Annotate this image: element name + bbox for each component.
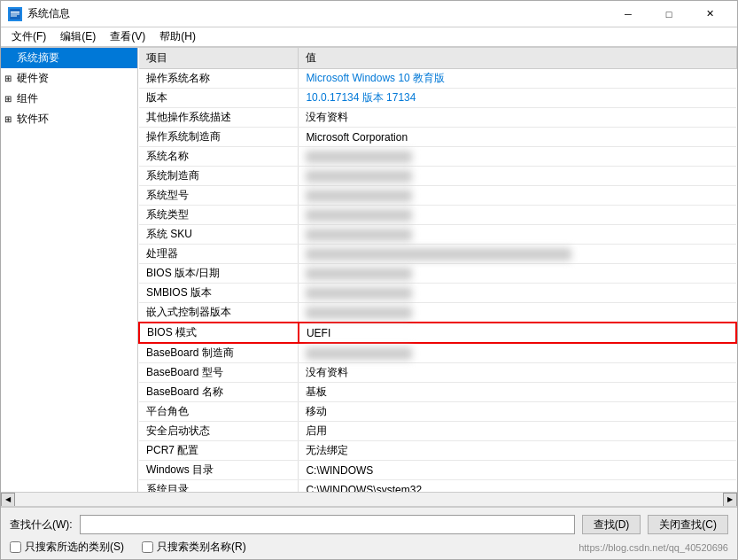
col-header-key: 项目 bbox=[139, 48, 299, 69]
close-button[interactable]: ✕ bbox=[689, 1, 730, 27]
check-name[interactable] bbox=[142, 541, 153, 553]
svg-rect-2 bbox=[11, 13, 19, 14]
table-row: 系统目录C:\WINDOWS\system32 bbox=[139, 480, 736, 493]
expand-icon-3[interactable]: ⊞ bbox=[4, 114, 17, 124]
sidebar-item-summary[interactable]: 系统摘要 bbox=[1, 48, 137, 68]
table-cell-key: 版本 bbox=[139, 89, 299, 108]
table-cell-key: 系统制造商 bbox=[139, 167, 299, 186]
table-row: 嵌入式控制器版本████████████ bbox=[139, 303, 736, 323]
blurred-value: ████████████ bbox=[306, 248, 571, 261]
table-row: 版本10.0.17134 版本 17134 bbox=[139, 89, 736, 108]
table-cell-value: ████████████ bbox=[299, 303, 736, 323]
table-cell-key: 处理器 bbox=[139, 245, 299, 264]
table-row: 处理器████████████ bbox=[139, 245, 736, 264]
search-row: 查找什么(W): 查找(D) 关闭查找(C) bbox=[10, 515, 728, 534]
table-cell-value: ████████████ bbox=[299, 343, 736, 363]
col-header-value: 值 bbox=[299, 48, 736, 69]
svg-rect-1 bbox=[11, 12, 19, 13]
window-controls: ─ □ ✕ bbox=[608, 1, 730, 27]
blurred-value: ████████████ bbox=[306, 209, 412, 222]
table-cell-value: ████████████ bbox=[299, 245, 736, 264]
table-row: BIOS 模式UEFI bbox=[139, 323, 736, 343]
menu-item[interactable]: 帮助(H) bbox=[152, 27, 203, 46]
scroll-right-btn[interactable]: ▶ bbox=[723, 493, 737, 507]
expand-icon[interactable]: ⊞ bbox=[4, 74, 17, 83]
table-row: 操作系统名称Microsoft Windows 10 教育版 bbox=[139, 69, 736, 89]
table-row: 系统 SKU████████████ bbox=[139, 225, 736, 245]
table-row: PCR7 配置无法绑定 bbox=[139, 441, 736, 461]
scroll-left-btn[interactable]: ◀ bbox=[1, 493, 15, 507]
check-category[interactable] bbox=[10, 541, 21, 553]
check-row: 只搜索所选的类别(S) 只搜索类别名称(R) https://blog.csdn… bbox=[10, 540, 728, 555]
blurred-value: ████████████ bbox=[306, 307, 412, 319]
search-input[interactable] bbox=[80, 515, 575, 534]
expand-icon-2[interactable]: ⊞ bbox=[4, 94, 17, 104]
table-row: 系统制造商████████████ bbox=[139, 167, 736, 186]
table-row: Windows 目录C:\WINDOWS bbox=[139, 461, 736, 480]
table-cell-key: SMBIOS 版本 bbox=[139, 284, 299, 303]
find-button[interactable]: 查找(D) bbox=[582, 515, 641, 534]
info-table: 项目 值 操作系统名称Microsoft Windows 10 教育版版本10.… bbox=[138, 48, 737, 492]
table-cell-key: 系统类型 bbox=[139, 206, 299, 225]
table-cell-value: ████████████ bbox=[299, 264, 736, 284]
table-cell-key: 操作系统制造商 bbox=[139, 128, 299, 147]
table-cell-key: 系统名称 bbox=[139, 147, 299, 167]
content-wrapper: 系统摘要 ⊞ 硬件资 ⊞ 组件 ⊞ 软件环 项目 值 bbox=[1, 47, 737, 492]
menu-item[interactable]: 文件(F) bbox=[4, 27, 53, 46]
table-cell-value: 移动 bbox=[299, 402, 736, 422]
table-row: 系统名称████████████ bbox=[139, 147, 736, 167]
table-cell-key: BaseBoard 型号 bbox=[139, 363, 299, 383]
table-cell-key: Windows 目录 bbox=[139, 461, 299, 480]
sidebar-summary-label: 系统摘要 bbox=[17, 51, 59, 66]
table-cell-key: 系统目录 bbox=[139, 480, 299, 493]
scroll-track bbox=[15, 493, 723, 507]
table-cell-value: ████████████ bbox=[299, 147, 736, 167]
table-cell-value: C:\WINDOWS bbox=[299, 461, 736, 480]
table-cell-key: BaseBoard 名称 bbox=[139, 383, 299, 402]
blurred-value: ████████████ bbox=[306, 268, 412, 280]
maximize-button[interactable]: □ bbox=[649, 1, 689, 27]
table-row: 操作系统制造商Microsoft Corporation bbox=[139, 128, 736, 147]
table-cell-key: 安全启动状态 bbox=[139, 422, 299, 441]
check-item-category[interactable]: 只搜索所选的类别(S) bbox=[10, 540, 124, 555]
menu-bar: 文件(F)编辑(E)查看(V)帮助(H) bbox=[1, 27, 737, 47]
watermark: https://blog.csdn.net/qq_40520696 bbox=[579, 542, 728, 553]
table-cell-value: C:\WINDOWS\system32 bbox=[299, 480, 736, 493]
table-cell-value: 启用 bbox=[299, 422, 736, 441]
blurred-value: ████████████ bbox=[306, 190, 412, 202]
table-cell-key: 平台角色 bbox=[139, 402, 299, 422]
table-cell-key: BaseBoard 制造商 bbox=[139, 343, 299, 363]
close-find-button[interactable]: 关闭查找(C) bbox=[648, 515, 728, 534]
sidebar-item-components[interactable]: ⊞ 组件 bbox=[1, 89, 137, 109]
sidebar-components-label: 组件 bbox=[17, 91, 38, 106]
table-cell-value: 基板 bbox=[299, 383, 736, 402]
table-row: 系统型号████████████ bbox=[139, 186, 736, 206]
svg-rect-3 bbox=[11, 15, 17, 16]
search-label: 查找什么(W): bbox=[10, 517, 73, 533]
table-cell-value: ████████████ bbox=[299, 284, 736, 303]
table-row: BaseBoard 名称基板 bbox=[139, 383, 736, 402]
table-cell-value: ████████████ bbox=[299, 186, 736, 206]
table-row: 系统类型████████████ bbox=[139, 206, 736, 225]
sidebar-item-software[interactable]: ⊞ 软件环 bbox=[1, 109, 137, 129]
table-cell-value: Microsoft Windows 10 教育版 bbox=[299, 69, 736, 89]
minimize-button[interactable]: ─ bbox=[608, 1, 649, 27]
table-cell-value: UEFI bbox=[299, 323, 736, 343]
table-cell-value: ████████████ bbox=[299, 206, 736, 225]
search-bar: 查找什么(W): 查找(D) 关闭查找(C) 只搜索所选的类别(S) 只搜索类别… bbox=[1, 506, 737, 559]
table-cell-value: Microsoft Corporation bbox=[299, 128, 736, 147]
blurred-value: ████████████ bbox=[306, 151, 412, 163]
table-cell-key: PCR7 配置 bbox=[139, 441, 299, 461]
table-cell-key: 操作系统名称 bbox=[139, 69, 299, 89]
table-cell-value: 无法绑定 bbox=[299, 441, 736, 461]
table-cell-value: ████████████ bbox=[299, 225, 736, 245]
window-icon bbox=[8, 7, 22, 21]
sidebar: 系统摘要 ⊞ 硬件资 ⊞ 组件 ⊞ 软件环 bbox=[1, 48, 138, 492]
blurred-value: ████████████ bbox=[306, 170, 412, 183]
sidebar-item-hardware[interactable]: ⊞ 硬件资 bbox=[1, 68, 137, 89]
menu-item[interactable]: 编辑(E) bbox=[53, 27, 103, 46]
title-bar: 系统信息 ─ □ ✕ bbox=[1, 1, 737, 27]
check-item-name[interactable]: 只搜索类别名称(R) bbox=[142, 540, 246, 555]
menu-item[interactable]: 查看(V) bbox=[103, 27, 152, 46]
sidebar-software-label: 软件环 bbox=[17, 112, 49, 127]
